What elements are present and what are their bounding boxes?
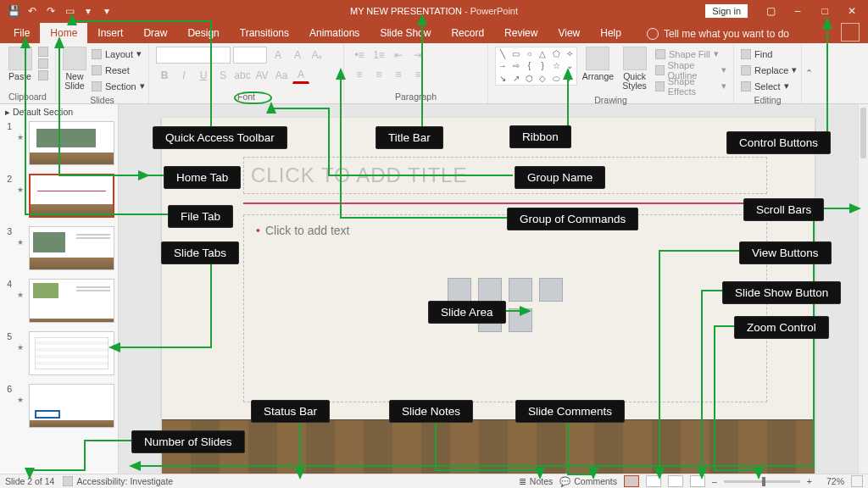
decrease-font-icon[interactable]: A bbox=[289, 47, 306, 64]
close-button[interactable]: ✕ bbox=[839, 2, 865, 20]
replace-button[interactable]: Replace ▾ bbox=[741, 63, 797, 77]
qat-customize-icon[interactable]: ▾ bbox=[100, 4, 114, 18]
find-icon bbox=[741, 49, 751, 59]
underline-button[interactable]: U bbox=[195, 67, 212, 84]
minimize-button[interactable]: – bbox=[785, 2, 810, 20]
zoom-in-button[interactable]: + bbox=[807, 476, 812, 486]
align-center-button[interactable]: ≡ bbox=[370, 66, 387, 83]
indent-dec-button[interactable]: ⇤ bbox=[390, 47, 407, 64]
annot-comments: Slide Comments bbox=[515, 400, 625, 423]
quick-styles-button[interactable]: Quick Styles bbox=[619, 47, 650, 91]
tab-transitions[interactable]: Transitions bbox=[230, 23, 299, 43]
copy-icon[interactable] bbox=[38, 58, 48, 69]
tab-slideshow[interactable]: Slide Show bbox=[370, 23, 441, 43]
tab-design[interactable]: Design bbox=[177, 23, 229, 43]
zoom-slider[interactable] bbox=[724, 480, 800, 483]
title-placeholder[interactable]: CLICK TO ADD TITLE bbox=[243, 157, 767, 194]
collapse-ribbon-icon[interactable]: ⌃ bbox=[802, 43, 815, 103]
insert-smartart-icon[interactable] bbox=[509, 278, 532, 302]
slide-thumb-4[interactable] bbox=[29, 279, 114, 323]
tab-review[interactable]: Review bbox=[494, 23, 548, 43]
select-button[interactable]: Select ▾ bbox=[741, 79, 797, 93]
reading-view-button[interactable] bbox=[668, 475, 683, 487]
change-case-button[interactable]: Aa bbox=[273, 67, 290, 84]
vertical-scrollbar[interactable] bbox=[858, 104, 868, 478]
effects-icon bbox=[655, 81, 665, 92]
ribbon-display-icon[interactable]: ▢ bbox=[758, 2, 783, 20]
title-bar: 💾 ↶ ↷ ▭ ▾ ▾ MY NEW PRESENTATION - PowerP… bbox=[0, 0, 868, 21]
arrange-button[interactable]: Arrange bbox=[582, 47, 614, 81]
spacing-button[interactable]: AV bbox=[253, 67, 270, 84]
indent-inc-button[interactable]: ⇥ bbox=[409, 47, 426, 64]
format-painter-icon[interactable] bbox=[38, 70, 48, 80]
increase-font-icon[interactable]: A bbox=[270, 47, 287, 64]
strike-button[interactable]: S bbox=[214, 67, 231, 84]
align-left-button[interactable]: ≡ bbox=[351, 66, 368, 83]
italic-button[interactable]: I bbox=[175, 67, 192, 84]
notes-toggle[interactable]: ≣ Notes bbox=[519, 476, 553, 486]
slideshow-view-button[interactable] bbox=[690, 475, 705, 487]
font-color-button[interactable]: A bbox=[292, 67, 309, 84]
clear-format-icon[interactable]: Aₐ bbox=[309, 47, 326, 64]
normal-view-button[interactable] bbox=[624, 475, 639, 487]
insert-chart-icon[interactable] bbox=[478, 278, 502, 302]
layout-button[interactable]: Layout ▾ bbox=[92, 47, 145, 61]
thumb-number: 4 bbox=[5, 279, 12, 323]
undo-icon[interactable]: ↶ bbox=[25, 4, 39, 18]
insert-online-picture-icon[interactable] bbox=[509, 308, 532, 332]
new-slide-button[interactable]: New Slide bbox=[63, 47, 86, 91]
tab-file[interactable]: File bbox=[3, 23, 40, 43]
fit-to-window-button[interactable] bbox=[851, 475, 863, 487]
shape-outline-button[interactable]: Shape Outline ▾ bbox=[655, 63, 726, 77]
zoom-percent[interactable]: 72% bbox=[819, 476, 844, 486]
zoom-out-button[interactable]: – bbox=[712, 476, 717, 486]
slide-thumb-5[interactable] bbox=[29, 331, 114, 375]
bold-button[interactable]: B bbox=[156, 67, 173, 84]
insert-table-icon[interactable] bbox=[448, 278, 471, 302]
align-right-button[interactable]: ≡ bbox=[390, 66, 407, 83]
accessibility-status[interactable]: Accessibility: Investigate bbox=[63, 476, 173, 486]
sign-in-button[interactable]: Sign in bbox=[705, 4, 748, 18]
font-family-select[interactable] bbox=[156, 47, 231, 64]
slide-thumb-1[interactable] bbox=[29, 121, 114, 165]
paste-button[interactable]: Paste bbox=[7, 47, 33, 81]
arrange-icon bbox=[586, 47, 609, 70]
start-from-beginning-icon[interactable]: ▭ bbox=[63, 4, 76, 18]
tab-record[interactable]: Record bbox=[441, 23, 494, 43]
shadow-button[interactable]: abc bbox=[234, 67, 251, 84]
qat-more-icon[interactable]: ▾ bbox=[81, 4, 95, 18]
tab-help[interactable]: Help bbox=[590, 23, 632, 43]
comments-toggle[interactable]: 💬 Comments bbox=[559, 476, 617, 487]
redo-icon[interactable]: ↷ bbox=[44, 4, 58, 18]
cut-icon[interactable] bbox=[38, 47, 48, 57]
slide-thumb-3[interactable] bbox=[29, 226, 114, 270]
insert-3d-icon[interactable] bbox=[539, 278, 563, 302]
slide-thumb-6[interactable] bbox=[29, 384, 114, 428]
maximize-button[interactable]: □ bbox=[812, 2, 837, 20]
tab-home[interactable]: Home bbox=[40, 23, 87, 43]
slide-counter[interactable]: Slide 2 of 14 bbox=[5, 476, 54, 486]
tab-view[interactable]: View bbox=[548, 23, 590, 43]
reset-button[interactable]: Reset bbox=[92, 63, 145, 77]
sorter-view-button[interactable] bbox=[646, 475, 661, 487]
scrollbar-thumb[interactable] bbox=[860, 108, 866, 158]
tab-animations[interactable]: Animations bbox=[299, 23, 370, 43]
animation-star-icon: ★ bbox=[17, 396, 24, 428]
slide-thumb-2[interactable] bbox=[29, 174, 114, 218]
find-button[interactable]: Find bbox=[741, 47, 797, 61]
shape-effects-button[interactable]: Shape Effects ▾ bbox=[655, 79, 726, 93]
share-icon[interactable] bbox=[841, 23, 860, 42]
section-header[interactable]: ▸ Default Section bbox=[0, 104, 118, 119]
tell-me-search[interactable]: Tell me what you want to do bbox=[647, 28, 789, 43]
slide-canvas[interactable]: CLICK TO ADD TITLE •Click to add text bbox=[162, 118, 815, 480]
font-size-select[interactable] bbox=[233, 47, 267, 64]
shape-fill-button[interactable]: Shape Fill ▾ bbox=[655, 47, 726, 61]
save-icon[interactable]: 💾 bbox=[7, 4, 20, 18]
justify-button[interactable]: ≡ bbox=[409, 66, 426, 83]
tab-insert[interactable]: Insert bbox=[87, 23, 133, 43]
numbering-button[interactable]: 1≡ bbox=[370, 47, 387, 64]
shapes-gallery[interactable]: ╲▭○△⬠✧ →⇨{}☆⌄ ↘↗⬡◇⬭▾ bbox=[495, 47, 577, 86]
bullets-button[interactable]: •≡ bbox=[351, 47, 368, 64]
tab-draw[interactable]: Draw bbox=[133, 23, 177, 43]
section-button[interactable]: Section ▾ bbox=[92, 79, 145, 93]
